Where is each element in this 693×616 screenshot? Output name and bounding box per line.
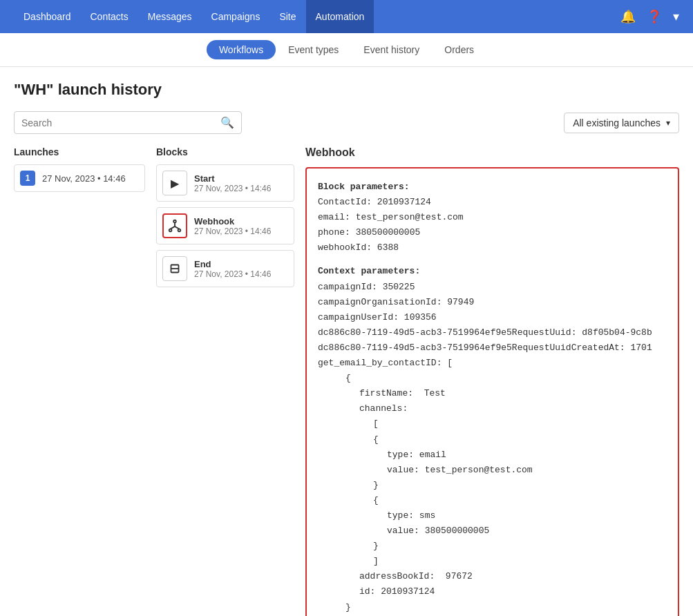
nav-campaigns[interactable]: Campaigns bbox=[202, 0, 270, 33]
tab-workflows[interactable]: Workflows bbox=[207, 40, 276, 59]
campaign-id-row: campaignId: 350225 bbox=[318, 280, 667, 295]
chevron-down-icon: ▾ bbox=[666, 118, 670, 128]
webhook-content: Block parameters: ContactId: 2010937124 … bbox=[305, 167, 679, 616]
block-date-webhook: 27 Nov, 2023 • 14:46 bbox=[194, 227, 271, 236]
get-email-row: get_email_by_contactID: [ bbox=[318, 356, 667, 371]
block-item-start[interactable]: ▶ Start 27 Nov, 2023 • 14:46 bbox=[156, 164, 294, 202]
launch-item[interactable]: 1 27 Nov, 2023 • 14:46 bbox=[14, 164, 145, 192]
search-box: 🔍 bbox=[14, 111, 242, 134]
contact-id-row: ContactId: 2010937124 bbox=[318, 195, 667, 210]
launch-date: 27 Nov, 2023 • 14:46 bbox=[42, 173, 126, 184]
tab-orders[interactable]: Orders bbox=[432, 40, 486, 59]
channels-close-row: ] bbox=[318, 554, 667, 569]
ch2-open-row: { bbox=[318, 493, 667, 508]
bell-icon[interactable]: 🔔 bbox=[620, 9, 636, 24]
search-input[interactable] bbox=[21, 117, 220, 128]
ch2-type-row: type: sms bbox=[318, 508, 667, 523]
block-params-label: Block parameters: bbox=[318, 180, 667, 195]
search-icon-button[interactable]: 🔍 bbox=[220, 116, 234, 129]
help-icon[interactable]: ❓ bbox=[647, 9, 662, 24]
toolbar: 🔍 All existing launches ▾ bbox=[14, 111, 679, 134]
webhook-id-row: webhookId: 6388 bbox=[318, 240, 667, 256]
ch1-value-row: value: test_person@test.com bbox=[318, 463, 667, 478]
address-book-id-row: addressBookId: 97672 bbox=[318, 569, 667, 584]
nav-messages[interactable]: Messages bbox=[138, 0, 202, 33]
ch1-close-row: } bbox=[318, 478, 667, 493]
svg-point-1 bbox=[169, 229, 172, 232]
filter-dropdown[interactable]: All existing launches ▾ bbox=[564, 113, 679, 133]
blocks-panel-title: Blocks bbox=[156, 146, 294, 157]
nav-contacts[interactable]: Contacts bbox=[81, 0, 138, 33]
start-icon: ▶ bbox=[162, 171, 187, 195]
nav-dashboard[interactable]: Dashboard bbox=[14, 0, 81, 33]
launches-panel: Launches 1 27 Nov, 2023 • 14:46 bbox=[14, 146, 145, 192]
obj-open-row: { bbox=[318, 371, 667, 386]
request-uuid-row: dc886c80-7119-49d5-acb3-7519964ef9e5Requ… bbox=[318, 325, 667, 340]
campaign-user-id-row: campaignUserId: 109356 bbox=[318, 310, 667, 325]
channels-open-row: [ bbox=[318, 416, 667, 432]
nav-items: Dashboard Contacts Messages Campaigns Si… bbox=[14, 0, 620, 33]
channels-label-row: channels: bbox=[318, 401, 667, 416]
page-title: "WH" launch history bbox=[14, 81, 679, 99]
blocks-panel: Blocks ▶ Start 27 Nov, 2023 • 14:46 bbox=[156, 146, 294, 293]
nav-automation[interactable]: Automation bbox=[306, 0, 374, 33]
block-name-start: Start bbox=[194, 173, 271, 184]
end-icon bbox=[162, 256, 187, 281]
tab-event-types[interactable]: Event types bbox=[276, 40, 351, 59]
request-uuid-created-row: dc886c80-7119-49d5-acb3-7519964ef9e5Requ… bbox=[318, 340, 667, 356]
obj-close-row: } bbox=[318, 600, 667, 615]
svg-point-0 bbox=[173, 220, 176, 223]
svg-line-5 bbox=[175, 227, 179, 229]
webhook-panel-title: Webhook bbox=[305, 146, 679, 159]
first-name-row: firstName: Test bbox=[318, 386, 667, 401]
launches-panel-title: Launches bbox=[14, 146, 145, 157]
nav-right: 🔔 ❓ ▾ bbox=[620, 9, 679, 24]
webhook-detail-panel: Webhook Block parameters: ContactId: 201… bbox=[305, 146, 679, 616]
ch1-open-row: { bbox=[318, 432, 667, 447]
chevron-down-icon[interactable]: ▾ bbox=[673, 9, 679, 24]
filter-label: All existing launches bbox=[573, 117, 661, 128]
block-date-end: 27 Nov, 2023 • 14:46 bbox=[194, 269, 271, 279]
block-info-webhook: Webhook 27 Nov, 2023 • 14:46 bbox=[194, 216, 271, 236]
top-nav: Dashboard Contacts Messages Campaigns Si… bbox=[0, 0, 693, 33]
block-date-start: 27 Nov, 2023 • 14:46 bbox=[194, 184, 271, 193]
block-item-webhook[interactable]: Webhook 27 Nov, 2023 • 14:46 bbox=[156, 207, 294, 244]
main-panels: Launches 1 27 Nov, 2023 • 14:46 Blocks ▶… bbox=[14, 146, 679, 616]
svg-line-4 bbox=[171, 227, 175, 229]
ch2-value-row: value: 380500000005 bbox=[318, 523, 667, 539]
campaign-org-id-row: campaignOrganisationId: 97949 bbox=[318, 295, 667, 310]
nav-site[interactable]: Site bbox=[269, 0, 305, 33]
tab-event-history[interactable]: Event history bbox=[351, 40, 432, 59]
id-row: id: 2010937124 bbox=[318, 584, 667, 599]
block-info-start: Start 27 Nov, 2023 • 14:46 bbox=[194, 173, 271, 193]
phone-row: phone: 380500000005 bbox=[318, 225, 667, 240]
ch1-type-row: type: email bbox=[318, 447, 667, 463]
context-params-label: Context parameters: bbox=[318, 264, 667, 279]
block-item-end[interactable]: End 27 Nov, 2023 • 14:46 bbox=[156, 250, 294, 287]
email-row: email: test_person@test.com bbox=[318, 210, 667, 225]
block-name-webhook: Webhook bbox=[194, 216, 271, 227]
block-name-end: End bbox=[194, 259, 271, 269]
page-content: "WH" launch history 🔍 All existing launc… bbox=[0, 67, 693, 616]
svg-point-2 bbox=[178, 229, 181, 232]
sub-nav: Workflows Event types Event history Orde… bbox=[0, 33, 693, 67]
launch-number: 1 bbox=[20, 171, 35, 186]
ch2-close-row: } bbox=[318, 539, 667, 554]
block-info-end: End 27 Nov, 2023 • 14:46 bbox=[194, 259, 271, 279]
webhook-icon bbox=[162, 213, 187, 238]
